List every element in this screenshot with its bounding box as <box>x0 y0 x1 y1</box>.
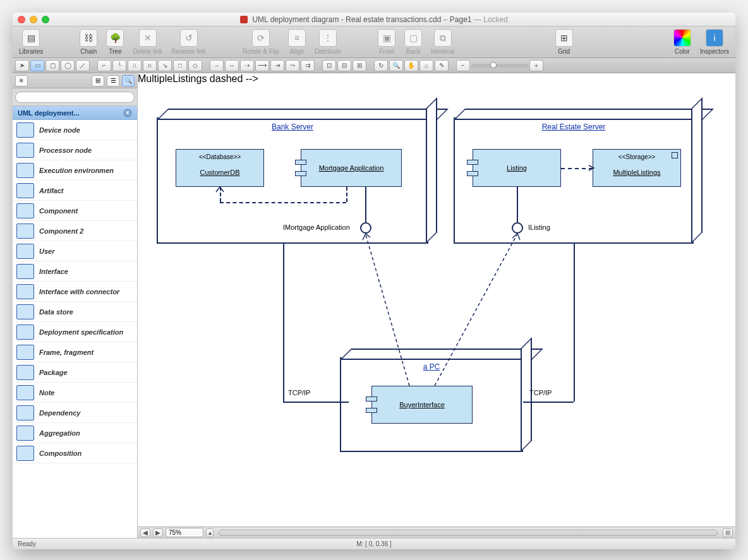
arrow-style-2[interactable]: ↔ <box>225 60 239 71</box>
snap-tool-1[interactable]: ⊡ <box>322 60 336 71</box>
arrow-style-3[interactable]: ⇢ <box>240 60 254 71</box>
zoom-tool[interactable]: 🔍 <box>389 60 403 71</box>
reverse-link-button[interactable]: ↺Reverse link <box>171 29 206 55</box>
shape-thumb <box>16 183 34 198</box>
comp-buyer-interface[interactable]: BuyerInterface <box>371 386 473 424</box>
comp-listing[interactable]: Listing <box>473 149 561 187</box>
arrow-style-5[interactable]: ⇥ <box>270 60 284 71</box>
page-tabs[interactable]: ⊞ <box>723 528 733 537</box>
comp-multiple-listings[interactable]: <<Storage>> MultipleListings <box>593 149 681 187</box>
doc-icon <box>240 16 248 23</box>
statusbar: Ready M: [ 0, 0.36 ] <box>13 538 735 549</box>
zoom-out[interactable]: − <box>456 60 470 71</box>
page-next[interactable]: ▶ <box>153 528 163 537</box>
ellipse-tool[interactable]: ◯ <box>61 60 75 71</box>
zoom-button[interactable] <box>42 16 49 23</box>
rotate-flip-button[interactable]: ⟳Rotate & Flip <box>243 29 279 55</box>
view-detail-icon[interactable]: ☰ <box>107 75 119 86</box>
color-button[interactable]: Color <box>673 29 691 55</box>
connector-tool-4[interactable]: ⎌ <box>143 60 157 71</box>
hscrollbar[interactable] <box>219 530 718 536</box>
zoom-display[interactable]: 75% <box>166 528 203 537</box>
hand-tool[interactable]: ✋ <box>404 60 418 71</box>
shape-item[interactable]: Artifact <box>13 181 137 201</box>
shape-thumb <box>16 284 34 299</box>
shape-item[interactable]: Interface with connector <box>13 282 137 302</box>
shape-item[interactable]: Dependency <box>13 403 137 423</box>
pointer-tool[interactable]: ➤ <box>15 60 29 71</box>
shape-label: Interface with connector <box>39 288 119 295</box>
shape-item[interactable]: Execution environmen <box>13 160 137 181</box>
shape-item[interactable]: Data store <box>13 302 137 322</box>
arrow-style-4[interactable]: ⟶ <box>255 60 269 71</box>
close-button[interactable] <box>18 16 25 23</box>
shape-item[interactable]: Component <box>13 201 137 221</box>
shape-thumb <box>16 203 34 218</box>
sidebar-search <box>13 88 137 106</box>
distribute-button[interactable]: ⋮Distribute <box>315 29 341 55</box>
zoom-in[interactable]: ＋ <box>529 60 543 71</box>
grid-button[interactable]: ⊞Grid <box>555 29 573 55</box>
select-tool[interactable]: ▭ <box>30 60 44 71</box>
comp-mortgage-app[interactable]: Mortgage Application <box>301 149 402 187</box>
shape-thumb <box>16 385 34 400</box>
align-button[interactable]: ≡Align <box>288 29 306 55</box>
back-button[interactable]: ▢Back <box>404 29 422 55</box>
shape-item[interactable]: Deployment specification <box>13 322 137 342</box>
shape-label: Processor node <box>39 146 92 154</box>
view-list-icon[interactable]: ≡ <box>15 75 28 86</box>
zoom-stepper[interactable]: ▴ <box>206 528 214 537</box>
connector-tool-7[interactable]: ◇ <box>188 60 202 71</box>
libraries-button[interactable]: ▤Libraries <box>19 29 43 55</box>
shape-item[interactable]: Frame, fragment <box>13 342 137 362</box>
arrow-style-6[interactable]: ⤳ <box>286 60 299 71</box>
connector-tool-3[interactable]: ⎍ <box>128 60 142 71</box>
zoom-slider[interactable] <box>471 64 528 68</box>
refresh-tool[interactable]: ↻ <box>374 60 388 71</box>
shape-item[interactable]: Interface <box>13 261 137 282</box>
eyedropper-tool[interactable]: ⌂ <box>419 60 433 71</box>
rect-tool[interactable]: ▢ <box>45 60 59 71</box>
library-header[interactable]: UML deployment... × <box>13 106 137 120</box>
front-button[interactable]: ▣Front <box>378 29 395 55</box>
inspectors-button[interactable]: iInspectors <box>700 29 729 55</box>
shape-item[interactable]: Component 2 <box>13 221 137 241</box>
iface-imortgage[interactable] <box>360 222 371 234</box>
imortgage-label: IMortgage Application <box>283 223 350 231</box>
minimize-button[interactable] <box>30 16 37 23</box>
ilisting-label: IListing <box>528 223 550 231</box>
diagram-canvas[interactable]: Bank Server <<Database>> CustomerDB Mort… <box>138 73 735 527</box>
arrow-style-7[interactable]: ⇉ <box>301 60 315 71</box>
close-library-icon[interactable]: × <box>123 109 132 117</box>
tree-button[interactable]: 🌳Tree <box>106 29 124 55</box>
shape-item[interactable]: Device node <box>13 120 137 140</box>
search-input[interactable] <box>15 92 135 103</box>
shape-thumb <box>16 143 34 158</box>
page-prev[interactable]: ◀ <box>140 528 150 537</box>
shape-item[interactable]: Aggregation <box>13 423 137 443</box>
connector-tool-1[interactable]: ⌐ <box>97 60 111 71</box>
snap-tool-2[interactable]: ⊟ <box>337 60 351 71</box>
shape-item[interactable]: Note <box>13 383 137 403</box>
snap-tool-3[interactable]: ⊞ <box>353 60 366 71</box>
crop-tool[interactable]: ✎ <box>435 60 449 71</box>
connector-tool-5[interactable]: ↘ <box>158 60 172 71</box>
shape-label: User <box>39 247 54 255</box>
arrow-style-1[interactable]: → <box>210 60 224 71</box>
identical-button[interactable]: ⧉Identical <box>431 29 454 55</box>
comp-customer-db[interactable]: <<Database>> CustomerDB <box>176 149 264 187</box>
connector-tool-6[interactable]: □ <box>173 60 187 71</box>
chain-button[interactable]: ⛓Chain <box>80 29 97 55</box>
shape-item[interactable]: Package <box>13 362 137 383</box>
connector-tool-2[interactable]: └ <box>112 60 126 71</box>
estate-title: Real Estate Server <box>455 122 692 131</box>
view-grid-icon[interactable]: ⊞ <box>92 75 104 86</box>
iface-ilisting[interactable] <box>512 222 523 234</box>
shape-item[interactable]: Processor node <box>13 140 137 160</box>
shape-item[interactable]: Composition <box>13 443 137 463</box>
delete-link-button[interactable]: ✕Delete link <box>133 29 162 55</box>
shape-item[interactable]: User <box>13 241 137 261</box>
line-tool[interactable]: ／ <box>76 60 90 71</box>
title-page: Page1 <box>450 15 472 24</box>
search-toggle-icon[interactable]: 🔍 <box>122 75 135 86</box>
